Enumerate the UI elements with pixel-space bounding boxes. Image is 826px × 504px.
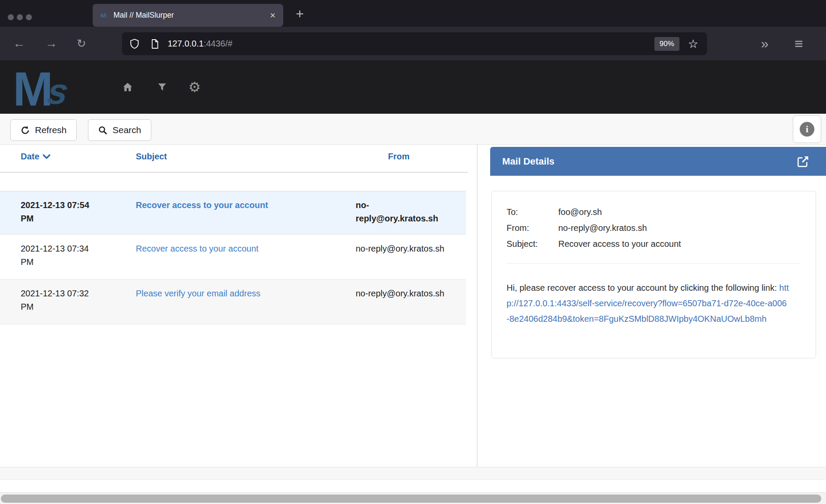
mail-rows: 2021-12-13 07:54 PM Recover access to yo… — [0, 191, 466, 324]
window-control-dot[interactable] — [8, 14, 14, 20]
panel-divider — [477, 145, 478, 480]
open-external-icon[interactable] — [796, 155, 810, 168]
field-to: To: foo@ory.sh — [507, 204, 801, 220]
footer-strip — [0, 467, 826, 480]
zoom-level-badge[interactable]: 90% — [654, 37, 679, 51]
mail-subject-link[interactable]: Recover access to your account — [136, 200, 268, 210]
refresh-label: Refresh — [35, 125, 67, 135]
mailslurper-favicon: Ms — [100, 12, 108, 19]
field-subject: Subject: Recover access to your account — [507, 236, 801, 252]
browser-tab-bar: Ms Mail // MailSlurper × + — [0, 0, 826, 27]
column-header-date[interactable]: Date — [21, 152, 50, 162]
url-text[interactable]: 127.0.0.1:4436/# — [168, 39, 654, 49]
mail-date: 2021-12-13 07:54 PM — [21, 199, 99, 225]
window-control-dot[interactable] — [17, 14, 23, 20]
header-divider — [0, 172, 468, 173]
page-info-icon[interactable] — [150, 38, 160, 50]
mail-from: no-reply@ory.kratos.sh — [356, 199, 450, 225]
tab-title: Mail // MailSlurper — [113, 11, 270, 20]
mail-list-panel: Date Subject From 2021-12-13 07:54 PM Re… — [0, 145, 468, 467]
bookmark-star-icon[interactable]: ☆ — [688, 37, 698, 51]
app-toolbar: Refresh Search i — [0, 114, 826, 145]
back-icon[interactable]: ← — [13, 27, 25, 60]
home-icon[interactable] — [122, 60, 134, 114]
mail-from: no-reply@ory.kratos.sh — [356, 287, 450, 300]
browser-nav-toolbar: ← → ↻ 127.0.0.1:4436/# 90% ☆ » ≡ — [0, 27, 826, 60]
mail-row[interactable]: 2021-12-13 07:32 PM Please verify your e… — [0, 280, 466, 324]
mail-details-title: Mail Details — [502, 156, 796, 167]
mail-body-text: Hi, please recover access to your accoun… — [507, 283, 779, 292]
field-from: From: no-reply@ory.kratos.sh — [507, 220, 801, 236]
to-value: foo@ory.sh — [558, 204, 602, 220]
search-label: Search — [113, 125, 141, 135]
mail-details-card: To: foo@ory.sh From: no-reply@ory.kratos… — [491, 191, 816, 358]
refresh-button[interactable]: Refresh — [10, 119, 77, 141]
chevron-down-icon — [43, 154, 50, 159]
scrollbar-thumb[interactable] — [1, 495, 821, 503]
card-divider — [507, 263, 801, 264]
new-tab-button[interactable]: + — [296, 6, 304, 22]
window-controls[interactable] — [8, 14, 32, 20]
mail-subject-link[interactable]: Recover access to your account — [136, 244, 259, 253]
mail-row[interactable]: 2021-12-13 07:34 PM Recover access to yo… — [0, 235, 466, 280]
url-bar[interactable]: 127.0.0.1:4436/# 90% ☆ — [122, 32, 707, 55]
forward-icon[interactable]: → — [45, 27, 57, 60]
window-control-dot[interactable] — [26, 14, 32, 20]
mailslurper-logo: Ms — [13, 61, 68, 114]
mail-from: no-reply@ory.kratos.sh — [356, 242, 450, 255]
mail-date: 2021-12-13 07:32 PM — [21, 287, 99, 314]
footer-strip-white — [0, 480, 826, 492]
refresh-icon — [20, 125, 30, 135]
to-label: To: — [507, 204, 558, 220]
from-label: From: — [507, 220, 558, 236]
subject-value: Recover access to your account — [558, 236, 681, 252]
horizontal-scrollbar[interactable] — [0, 492, 826, 504]
browser-tab[interactable]: Ms Mail // MailSlurper × — [93, 4, 283, 27]
menu-hamburger-icon[interactable]: ≡ — [795, 27, 803, 60]
info-icon: i — [800, 122, 814, 137]
overflow-chevrons-icon[interactable]: » — [761, 27, 769, 60]
from-value: no-reply@ory.kratos.sh — [558, 220, 647, 236]
column-header-subject[interactable]: Subject — [136, 152, 167, 162]
reload-icon[interactable]: ↻ — [77, 27, 86, 60]
column-header-from[interactable]: From — [388, 152, 410, 162]
search-icon — [98, 125, 108, 135]
subject-label: Subject: — [507, 236, 558, 252]
app-navbar: Ms ⚙ — [0, 60, 826, 114]
settings-gear-icon[interactable]: ⚙ — [188, 60, 201, 114]
tab-close-button[interactable]: × — [270, 11, 275, 20]
mail-row-selected[interactable]: 2021-12-13 07:54 PM Recover access to yo… — [0, 191, 466, 235]
info-button[interactable]: i — [793, 115, 821, 143]
mail-body: Hi, please recover access to your accoun… — [507, 280, 789, 327]
filter-icon[interactable] — [157, 60, 167, 114]
mailslurper-window: Ms Mail // MailSlurper × + ← → ↻ 127.0.0… — [0, 0, 826, 504]
shield-icon[interactable] — [129, 38, 140, 50]
search-button[interactable]: Search — [88, 119, 151, 141]
mail-date: 2021-12-13 07:34 PM — [21, 242, 99, 269]
mail-details-header: Mail Details — [490, 147, 826, 176]
mail-subject-link[interactable]: Please verify your email address — [136, 289, 260, 298]
